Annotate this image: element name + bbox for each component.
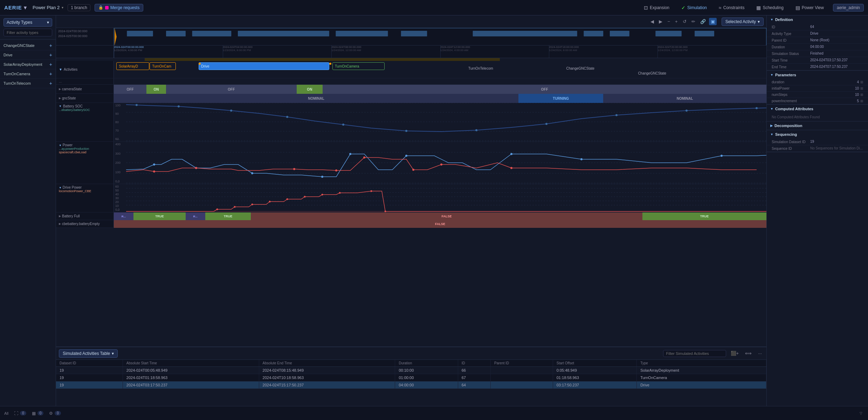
plan-selector[interactable]: Power Plan 2 ▾ bbox=[33, 5, 63, 10]
col-id[interactable]: ID bbox=[458, 360, 490, 367]
param-power-increment-spinner[interactable]: ⊞ bbox=[860, 99, 863, 103]
collapse-status-button[interactable]: ▽ bbox=[858, 411, 864, 416]
plan-dropdown-icon: ▾ bbox=[62, 6, 63, 9]
add-activity-button[interactable]: + bbox=[49, 80, 52, 86]
drive-chart[interactable]: 60 50 40 30 20 10 0.0 bbox=[114, 184, 766, 212]
col-parent-id[interactable]: Parent ID bbox=[491, 360, 553, 367]
nav-constraints[interactable]: ≈ Constraints bbox=[716, 4, 747, 12]
selected-activity-dropdown[interactable]: Selected Activity ▾ bbox=[722, 18, 764, 26]
reset-zoom-button[interactable]: ↺ bbox=[681, 18, 688, 25]
param-initial-power-spinner[interactable]: ⊞ bbox=[860, 86, 863, 90]
pan-right-button[interactable]: ▶ bbox=[657, 18, 664, 25]
y-50: 50 bbox=[115, 189, 125, 192]
col-start-offset[interactable]: Start Offset bbox=[553, 360, 636, 367]
user-menu[interactable]: aerie_admin bbox=[833, 4, 864, 12]
add-activity-button[interactable]: + bbox=[49, 52, 52, 58]
expansion-icon: ⊡ bbox=[644, 5, 648, 10]
seg-false: FALSE bbox=[251, 212, 642, 220]
cell-offset: 01:18:58.963 bbox=[553, 374, 636, 382]
activities-collapse-icon[interactable]: ▼ bbox=[59, 68, 62, 71]
activity-block-changegnc2[interactable]: ChangeGNCState bbox=[636, 69, 668, 77]
activity-block-solar[interactable]: SolarArrayD bbox=[116, 62, 149, 70]
table-row[interactable]: 19 2024-024T03:17:50.237 2024-024T15:17:… bbox=[56, 382, 766, 389]
branch-indicator[interactable]: 1 branch bbox=[68, 4, 90, 11]
status-constraints[interactable]: ⛶ 0 bbox=[14, 411, 26, 416]
sequencing-header[interactable]: ▼ Sequencing bbox=[767, 130, 868, 139]
col-start-time[interactable]: Absolute Start Time bbox=[123, 360, 259, 367]
settings-count: 0 bbox=[55, 411, 61, 415]
battery-full-label[interactable]: ▶ Battery Full bbox=[56, 212, 114, 220]
list-item[interactable]: TurnOnCamera + bbox=[0, 69, 56, 79]
field-parent-id-label: Parent ID bbox=[772, 38, 810, 42]
cell-parent-id bbox=[491, 382, 553, 389]
computed-header[interactable]: ▼ Computed Attributes bbox=[767, 105, 868, 113]
parameters-header[interactable]: ▼ Parameters bbox=[767, 71, 868, 79]
nav-expansion[interactable]: ⊡ Expansion bbox=[641, 4, 672, 12]
activity-block-changegnc1[interactable]: ChangeGNCState bbox=[564, 64, 597, 72]
activity-types-button[interactable]: Activity Types ▾ bbox=[4, 18, 52, 27]
col-duration[interactable]: Duration bbox=[395, 360, 458, 367]
filter-sim-activities-input[interactable] bbox=[663, 350, 726, 357]
minimap-chart[interactable] bbox=[114, 28, 766, 46]
param-initial-power: initialPower 10 ⊞ bbox=[767, 85, 868, 92]
tick-sub: 1/24/2024, 8:00:00 AM bbox=[549, 49, 577, 52]
table-row[interactable]: 19 2024-024T00:05:48.949 2024-024T08:15:… bbox=[56, 367, 766, 374]
activities-chart[interactable]: SolarArrayD TurnOnCam Drive TurnOnCamera… bbox=[114, 61, 766, 78]
status-settings[interactable]: ⚙ 0 bbox=[49, 411, 61, 416]
camera-state-label[interactable]: ▶ cameraState bbox=[56, 85, 114, 93]
activity-name: TurnOnTelecom bbox=[4, 81, 31, 85]
activity-block-turnoncamera1[interactable]: TurnOnCam bbox=[150, 62, 176, 70]
activity-block-turnoncamera2[interactable]: TurnOnCamera bbox=[332, 62, 385, 70]
more-options-button[interactable]: ··· bbox=[756, 350, 764, 357]
col-end-time[interactable]: Absolute End Time bbox=[259, 360, 395, 367]
nav-scheduling[interactable]: ▦ Scheduling bbox=[753, 4, 786, 12]
col-type[interactable]: Type bbox=[637, 360, 766, 367]
export-button[interactable]: ⬛+ bbox=[729, 350, 741, 357]
activity-block-turnontelecom[interactable]: TurnOnTelecom bbox=[466, 64, 495, 72]
table-row[interactable]: 19 2024-024T01:18:58.963 2024-024T10:18:… bbox=[56, 374, 766, 382]
list-item[interactable]: SolarArrayDeployment + bbox=[0, 60, 56, 69]
param-num-steps-spinner[interactable]: ⊞ bbox=[860, 93, 863, 97]
power-title[interactable]: ▼ Power bbox=[59, 143, 111, 147]
param-initial-power-label: initialPower bbox=[772, 86, 855, 90]
drive-title[interactable]: ▼ Drive Power bbox=[59, 186, 111, 189]
activity-block-drive[interactable]: Drive bbox=[199, 62, 329, 70]
status-all[interactable]: All bbox=[4, 411, 8, 415]
list-item[interactable]: TurnOnTelecom + bbox=[0, 79, 56, 88]
battery-soc-sub: ...ebattery.batterySOC bbox=[59, 108, 111, 112]
zoom-out-button[interactable]: − bbox=[666, 18, 672, 25]
field-sim-status-value: Finished bbox=[810, 51, 863, 56]
filter-activity-types-input[interactable] bbox=[4, 29, 52, 36]
nav-simulation[interactable]: ✓ Simulation bbox=[678, 4, 710, 12]
battery-soc-chart[interactable]: 100 90 80 70 60 bbox=[114, 103, 766, 141]
status-scheduling[interactable]: ▦ 0 bbox=[32, 411, 44, 416]
top-nav: AERIE ▾ Power Plan 2 ▾ 1 branch 🔒 Merge … bbox=[0, 0, 868, 15]
edit-button[interactable]: ✏ bbox=[690, 18, 697, 25]
add-activity-button[interactable]: + bbox=[49, 62, 52, 67]
link-button[interactable]: 🔗 bbox=[698, 18, 708, 25]
definition-header[interactable]: ▼ Definition bbox=[767, 15, 868, 24]
expand-columns-button[interactable]: ⟺ bbox=[743, 350, 753, 357]
merge-requests-button[interactable]: 🔒 Merge requests bbox=[95, 4, 143, 12]
lock-view-button[interactable]: ▣ bbox=[709, 18, 717, 25]
battery-soc-title[interactable]: ▼ Battery SOC bbox=[59, 104, 111, 108]
cell-offset: 03:17:50.237 bbox=[553, 382, 636, 389]
param-duration-spinner[interactable]: ⊞ bbox=[860, 80, 863, 84]
add-activity-button[interactable]: + bbox=[49, 43, 52, 48]
decomposition-header[interactable]: ▶ Decomposition bbox=[767, 121, 868, 130]
pan-left-button[interactable]: ◀ bbox=[649, 18, 656, 25]
nav-power-view[interactable]: ▤ Power View bbox=[793, 4, 827, 12]
gnc-state-label[interactable]: ▶ gncState bbox=[56, 94, 114, 103]
add-activity-button[interactable]: + bbox=[49, 71, 52, 77]
sim-table-dropdown[interactable]: Simulated Activities Table ▾ bbox=[59, 349, 118, 358]
gnc-state-row: ▶ gncState NOMINAL TURNING NOMINAL bbox=[56, 94, 766, 103]
param-power-increment-label: powerIncrement bbox=[772, 99, 857, 103]
list-item[interactable]: Drive + bbox=[0, 50, 56, 60]
power-chart[interactable]: 400 300 200 100 0.0 bbox=[114, 142, 766, 184]
list-item[interactable]: ChangeGNCState + bbox=[0, 41, 56, 50]
field-activity-type-label: Activity Type bbox=[772, 31, 810, 36]
zoom-in-button[interactable]: + bbox=[673, 18, 680, 25]
battery-empty-label[interactable]: ▶ cbebattery.batteryEmpty bbox=[56, 220, 114, 227]
col-dataset-id[interactable]: Dataset ID bbox=[56, 360, 123, 367]
cell-type: TurnOnCamera bbox=[637, 374, 766, 382]
